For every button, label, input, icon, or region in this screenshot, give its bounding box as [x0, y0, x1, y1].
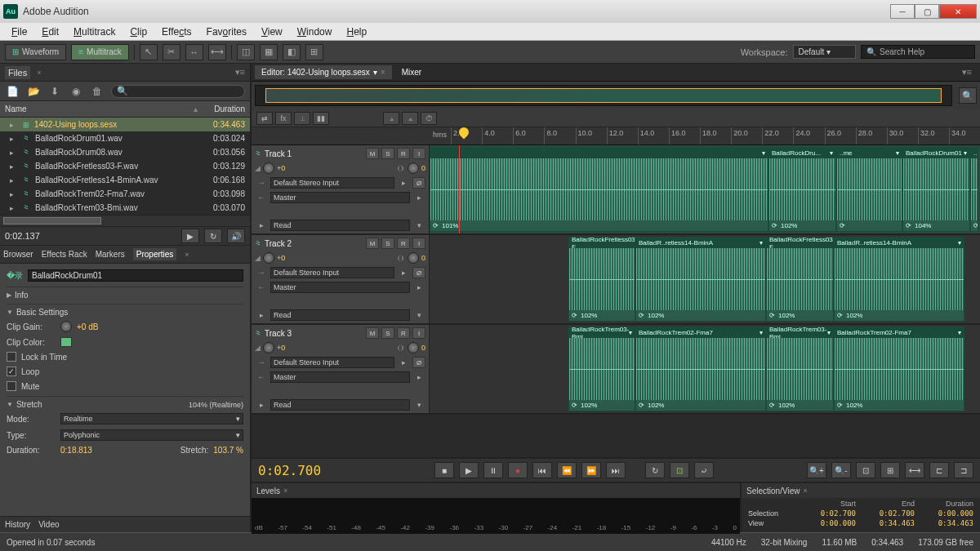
stretch-icon[interactable]: ⟳: [572, 312, 577, 319]
menu-help[interactable]: Help: [340, 24, 373, 39]
rewind-button[interactable]: ⏮: [532, 462, 552, 478]
stretch-icon[interactable]: ⟳: [769, 312, 775, 319]
tab-video[interactable]: Video: [38, 520, 59, 529]
stop-button[interactable]: ■: [434, 462, 454, 478]
timeline-ruler[interactable]: hms 2.04.06.08.010.012.014.016.018.020.0…: [252, 127, 980, 145]
zoom-icon[interactable]: 🔍: [959, 87, 977, 104]
input-arrow-icon[interactable]: →: [255, 268, 268, 278]
stretch-icon[interactable]: ⟳: [639, 312, 644, 319]
zoom-in-icon[interactable]: 🔍+: [807, 462, 826, 478]
view-dur[interactable]: 0:34.463: [921, 519, 973, 527]
audio-clip[interactable]: BalladRockFretless03-F▾⟳102%: [568, 237, 635, 322]
audio-clip[interactable]: BalladRockFretless03-F▾⟳102%: [766, 237, 834, 322]
menu-multitrack[interactable]: Multitrack: [67, 24, 122, 39]
tool-icon[interactable]: ⊞: [305, 44, 323, 60]
input-arrow-icon[interactable]: →: [255, 178, 268, 188]
zoom-out-icon[interactable]: 🔍-: [831, 462, 851, 478]
audio-clip[interactable]: BalladRockTrem03-Bmi▾⟳102%: [568, 327, 635, 411]
clip-menu-icon[interactable]: ▾: [762, 149, 765, 157]
output-arrow-icon[interactable]: ←: [255, 372, 268, 382]
file-row[interactable]: ▸⺀BalladRockFretless14-BminA.wav0:06.168: [0, 173, 250, 187]
timecode-display[interactable]: 0:02.700: [258, 463, 430, 478]
file-row[interactable]: ▸⺀BalladRockDrum01.wav0:03.024: [0, 131, 250, 145]
stretch-icon[interactable]: ⟳: [769, 402, 775, 409]
tool-icon[interactable]: ◧: [283, 44, 301, 60]
name-column[interactable]: Name: [5, 104, 194, 113]
clip-menu-icon[interactable]: ▾: [830, 149, 833, 157]
tab-effects-rack[interactable]: Effects Rack: [42, 250, 87, 259]
zoom-icon[interactable]: ⟷: [905, 462, 924, 478]
zoom-sel-icon[interactable]: ⊞: [880, 462, 900, 478]
output-select[interactable]: Master: [270, 282, 410, 293]
stretch-icon[interactable]: ⟳: [837, 402, 843, 409]
duration-value[interactable]: 0:18.813: [60, 446, 92, 455]
track-lane[interactable]: BalladRockFretless03-F▾⟳102%BalladR..ret…: [430, 235, 980, 323]
clip-menu-icon[interactable]: ▾: [760, 239, 763, 247]
phase-button[interactable]: Ø: [412, 357, 425, 368]
search-help-input[interactable]: 🔍 Search Help: [861, 45, 975, 59]
end-button[interactable]: ⏭: [606, 462, 626, 478]
stretch-icon[interactable]: ⟳: [772, 222, 777, 229]
output-select[interactable]: Master: [270, 371, 410, 383]
record-button[interactable]: ●: [508, 462, 528, 478]
view-start[interactable]: 0:00.000: [804, 519, 856, 527]
tt-btn[interactable]: ⟁: [383, 112, 399, 125]
output-arrow-icon[interactable]: ←: [255, 193, 268, 202]
lock-checkbox[interactable]: [7, 352, 16, 362]
tab-markers[interactable]: Markers: [96, 250, 125, 259]
pan-knob[interactable]: [408, 252, 419, 264]
tt-btn[interactable]: ⟂: [294, 112, 310, 125]
output-arrow-icon[interactable]: ←: [255, 282, 268, 292]
sel-start[interactable]: 0:02.700: [804, 509, 856, 518]
waveform-mode-button[interactable]: ⊞ Waveform: [5, 44, 66, 60]
stretch-mode-select[interactable]: Realtime▾: [60, 413, 243, 424]
clip-name-input[interactable]: [28, 269, 243, 282]
audio-clip[interactable]: BalladRockDrum01▾⟳104%: [902, 147, 970, 232]
arm-button[interactable]: R: [397, 148, 410, 159]
input-select[interactable]: Default Stereo Input: [270, 267, 394, 278]
play-button[interactable]: ▶: [459, 462, 479, 478]
audio-clip[interactable]: BalladRockTrem02-Fma7▾⟳102%: [635, 327, 766, 411]
stretch-icon[interactable]: ⟳: [837, 312, 843, 319]
clip-gain-value[interactable]: +0 dB: [77, 322, 98, 331]
tab-browser[interactable]: Browser: [3, 250, 33, 259]
clip-menu-icon[interactable]: ▾: [629, 329, 632, 336]
pan-knob[interactable]: [408, 342, 419, 353]
close-button[interactable]: ✕: [939, 4, 977, 19]
fast-forward-button[interactable]: ⏩: [581, 462, 601, 478]
tab-properties[interactable]: Properties: [133, 248, 177, 260]
stretch-section[interactable]: ▼Stretch104% (Realtime): [7, 396, 243, 411]
input-select[interactable]: Default Stereo Input: [270, 177, 394, 189]
stretch-value[interactable]: 103.7 %: [213, 446, 243, 455]
track-name[interactable]: Track 1: [265, 149, 363, 158]
menu-clip[interactable]: Clip: [123, 24, 154, 39]
metronome-icon[interactable]: ⏱: [421, 112, 437, 125]
clip-menu-icon[interactable]: ▾: [760, 329, 763, 336]
file-search-input[interactable]: 🔍: [111, 85, 245, 98]
duration-column[interactable]: Duration: [198, 104, 245, 113]
preview-play-button[interactable]: ▶: [181, 229, 199, 243]
tab-mixer[interactable]: Mixer: [395, 65, 428, 79]
audio-clip[interactable]: BalladR..retless14-BminA▾⟳102%: [834, 237, 964, 322]
pause-button[interactable]: ⏸: [483, 462, 503, 478]
mute-checkbox[interactable]: [7, 381, 16, 391]
stretch-icon[interactable]: ⟳: [906, 222, 911, 229]
mute-button[interactable]: M: [366, 148, 379, 159]
arm-button[interactable]: R: [397, 327, 410, 339]
menu-effects[interactable]: Effects: [155, 24, 198, 39]
track-lane[interactable]: BalladRockTrem03-Bmi▾⟳102%BalladRockTrem…: [430, 325, 980, 413]
clip-menu-icon[interactable]: ▾: [964, 149, 967, 157]
zoom-icon[interactable]: ⊐: [954, 462, 973, 478]
clip-color-swatch[interactable]: [60, 337, 72, 347]
cd-icon[interactable]: ◉: [69, 85, 83, 98]
tab-history[interactable]: History: [5, 520, 30, 529]
move-tool-icon[interactable]: ↖: [140, 44, 158, 60]
zoom-icon[interactable]: ⊏: [929, 462, 949, 478]
sel-dur[interactable]: 0:00.000: [921, 509, 973, 518]
basic-settings-section[interactable]: ▼Basic Settings: [7, 304, 243, 318]
track-lane[interactable]: ▾⟳101%BalladRockDru...▾⟳102%..me▾⟳Ballad…: [430, 145, 980, 233]
audio-clip[interactable]: BalladRockDru...▾⟳102%: [768, 147, 836, 232]
trash-icon[interactable]: 🗑: [90, 85, 105, 98]
solo-button[interactable]: S: [381, 238, 394, 249]
tt-btn[interactable]: ▮▮: [313, 112, 329, 125]
